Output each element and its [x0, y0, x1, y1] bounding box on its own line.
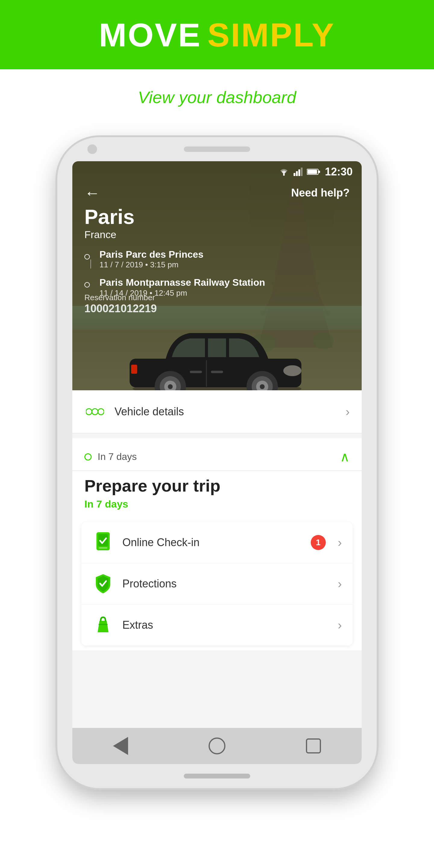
- recents-nav-button[interactable]: [304, 737, 322, 755]
- extras-chevron: ›: [338, 618, 342, 632]
- nav-bar: ← Need help?: [72, 182, 362, 204]
- protections-row[interactable]: Protections ›: [82, 563, 352, 604]
- svg-rect-33: [211, 371, 223, 373]
- checkin-icon: [92, 532, 114, 553]
- phone-speaker: [184, 147, 250, 152]
- battery-icon: [307, 168, 321, 176]
- vehicle-details-icon: [84, 401, 105, 422]
- time-display: 12:30: [325, 165, 352, 178]
- prepare-title: Prepare your trip: [72, 471, 362, 496]
- phone-shell: 12:30 ← Need help? Paris France: [57, 137, 377, 788]
- svg-rect-32: [190, 371, 202, 373]
- protections-label: Protections: [122, 578, 330, 590]
- vehicle-details-chevron: ›: [346, 405, 350, 418]
- extras-row[interactable]: Extras ›: [82, 604, 352, 646]
- wifi-icon: [278, 167, 289, 176]
- front-camera: [87, 144, 97, 154]
- home-nav-button[interactable]: [208, 737, 226, 755]
- banner-simply: SIMPLY: [207, 16, 335, 53]
- svg-rect-13: [296, 171, 298, 176]
- checkin-label: Online Check-in: [122, 536, 302, 549]
- svg-rect-39: [99, 547, 107, 549]
- reservation-label: Reservation number: [84, 293, 157, 302]
- prepare-section: In 7 days ∧ Prepare your trip In 7 days: [72, 438, 362, 650]
- signal-icon: [293, 167, 303, 176]
- subtitle[interactable]: View your dashboard: [138, 87, 296, 107]
- city-info: Paris France: [84, 207, 134, 241]
- prepare-header: In 7 days ∧: [72, 438, 362, 471]
- svg-point-26: [168, 384, 173, 389]
- svg-rect-7: [279, 252, 312, 254]
- banner-move: MOVE: [99, 16, 201, 53]
- vehicle-details-label: Vehicle details: [115, 405, 337, 418]
- phone-wrapper: 12:30 ← Need help? Paris France: [51, 131, 383, 794]
- shield-icon: [94, 573, 112, 595]
- svg-rect-17: [307, 170, 317, 174]
- car-image: [112, 312, 322, 390]
- back-triangle-icon: [113, 737, 128, 755]
- svg-rect-14: [299, 169, 300, 176]
- svg-rect-6: [272, 282, 319, 285]
- recents-square-icon: [306, 738, 321, 753]
- checkin-chevron: ›: [338, 536, 342, 550]
- svg-point-34: [86, 409, 92, 415]
- protections-icon: [92, 573, 114, 595]
- svg-point-21: [283, 365, 301, 376]
- svg-point-30: [260, 384, 265, 389]
- svg-point-36: [98, 409, 104, 415]
- android-nav-bar: [72, 728, 362, 764]
- car-svg: [112, 312, 322, 390]
- dropoff-dot: [84, 282, 90, 287]
- back-button[interactable]: ←: [84, 184, 100, 202]
- hero-section: 12:30 ← Need help? Paris France: [72, 161, 362, 390]
- dropoff-name: Paris Montparnasse Railway Station: [99, 277, 265, 288]
- svg-point-35: [92, 409, 98, 415]
- protections-chevron: ›: [338, 577, 342, 591]
- pickup-name: Paris Parc des Princes: [99, 249, 204, 260]
- banner-text: MOVESIMPLY: [99, 16, 335, 54]
- checkin-row[interactable]: Online Check-in 1 ›: [82, 522, 352, 563]
- checkin-badge: 1: [311, 535, 326, 550]
- home-circle-icon: [209, 738, 225, 754]
- phone-screen: 12:30 ← Need help? Paris France: [72, 161, 362, 764]
- prepare-dot: [84, 453, 92, 461]
- svg-rect-18: [318, 170, 320, 173]
- extras-icon: [92, 614, 114, 636]
- pickup-dot: [84, 254, 90, 259]
- status-icons: 12:30: [278, 165, 352, 178]
- bottom-section: Vehicle details › In 7 days ∧ Prepare yo…: [72, 390, 362, 728]
- prepare-subtitle: In 7 days: [72, 496, 362, 517]
- svg-point-11: [283, 174, 285, 176]
- svg-rect-40: [98, 624, 107, 625]
- bag-icon: [94, 614, 112, 636]
- top-banner: MOVESIMPLY: [0, 0, 434, 69]
- screen-content: 12:30 ← Need help? Paris France: [72, 161, 362, 764]
- circles-icon: [86, 407, 104, 416]
- svg-rect-15: [301, 167, 303, 176]
- city-name: Paris: [84, 207, 134, 227]
- svg-rect-12: [293, 173, 296, 176]
- back-nav-button[interactable]: [112, 737, 130, 755]
- phone-bottom-bar: [57, 764, 377, 788]
- location-connector: [90, 259, 91, 269]
- prepare-timing: In 7 days: [98, 451, 340, 462]
- checkin-svg-icon: [94, 532, 112, 553]
- need-help-button[interactable]: Need help?: [291, 187, 350, 199]
- prepare-collapse-button[interactable]: ∧: [340, 449, 350, 464]
- extras-label: Extras: [122, 619, 330, 631]
- vehicle-details-row[interactable]: Vehicle details ›: [72, 390, 362, 433]
- phone-top-bar: [57, 137, 377, 161]
- svg-marker-2: [282, 203, 309, 238]
- svg-rect-8: [284, 226, 307, 229]
- country-name: France: [84, 229, 134, 241]
- home-indicator: [184, 774, 250, 778]
- status-bar: 12:30: [72, 161, 362, 182]
- svg-marker-1: [274, 236, 316, 276]
- pickup-date: 11 / 7 / 2019 • 3:15 pm: [99, 260, 204, 270]
- items-card: Online Check-in 1 ›: [82, 522, 352, 646]
- svg-rect-22: [131, 365, 137, 374]
- pickup-location: Paris Parc des Princes 11 / 7 / 2019 • 3…: [84, 249, 265, 270]
